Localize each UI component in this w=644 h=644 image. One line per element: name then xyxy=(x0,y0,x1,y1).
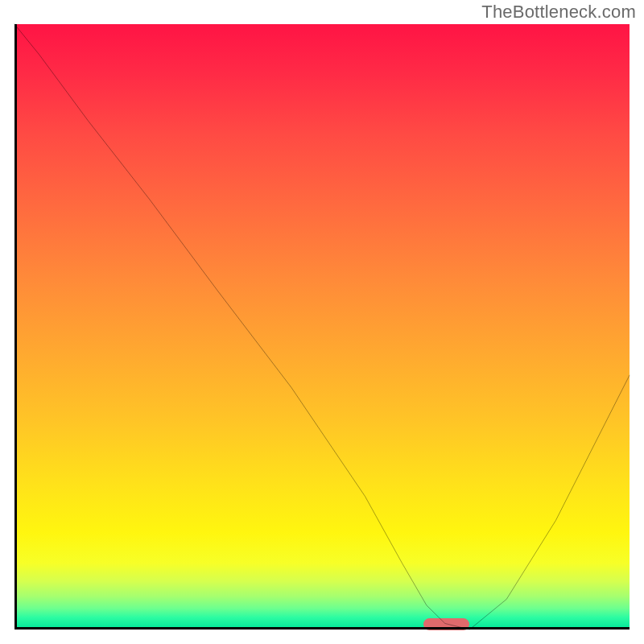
bottleneck-curve xyxy=(14,24,630,630)
attribution-text: TheBottleneck.com xyxy=(481,2,636,23)
plot-area xyxy=(14,24,630,630)
bottleneck-chart: TheBottleneck.com xyxy=(0,0,644,644)
